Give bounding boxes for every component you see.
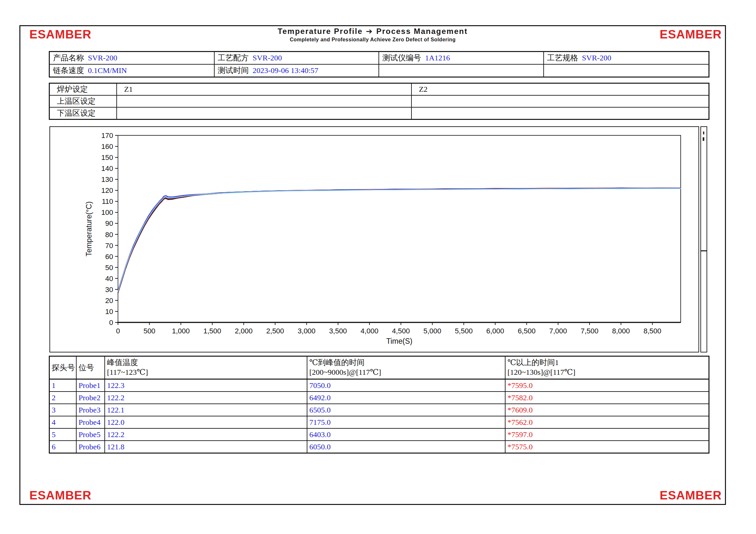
- cell-chain-speed: 链条速度0.1CM/MIN: [50, 64, 215, 77]
- probe-time-to-peak: 7175.0: [308, 417, 505, 428]
- label-process-spec: 工艺规格: [547, 54, 578, 62]
- probe-time-to-peak: 7050.0: [308, 380, 505, 391]
- svg-text:5,000: 5,000: [423, 327, 441, 335]
- probe-peak: 122.3: [105, 380, 308, 391]
- title-part1: Temperature Profile: [278, 27, 363, 36]
- table-row: 3 Probe3 122.1 6505.0 *7609.0: [50, 404, 709, 417]
- probe-time-to-peak: 6050.0: [308, 441, 505, 453]
- table-row: 4 Probe4 122.0 7175.0 *7562.0: [50, 417, 709, 429]
- svg-text:120: 120: [101, 187, 113, 194]
- brand-logo-bottom-right: ESAMBER: [660, 489, 722, 502]
- probe-result-table: 探头号 位号 峰值温度[117~123℃] ℃到峰值的时间[200~9000s]…: [49, 356, 710, 454]
- svg-text:50: 50: [105, 264, 113, 272]
- probe-tag: Probe4: [77, 417, 105, 428]
- svg-text:2,000: 2,000: [235, 327, 253, 335]
- header-time-above-line1: ℃以上的时间1: [507, 358, 709, 367]
- value-test-time: 2023-09-06 13:40:57: [253, 66, 318, 75]
- svg-text:8,500: 8,500: [643, 327, 661, 335]
- header-time-to-peak-line2: [200~9000s]@[117℃]: [309, 367, 505, 377]
- probe-tag: Probe1: [77, 380, 105, 391]
- label-product-name: 产品名称: [53, 54, 84, 62]
- oven-upper-z2: [412, 96, 709, 107]
- svg-text:3,000: 3,000: [298, 327, 315, 335]
- probe-tag: Probe5: [77, 429, 105, 440]
- svg-text:0: 0: [116, 327, 120, 335]
- svg-text:100: 100: [101, 208, 113, 216]
- probe-time-to-peak: 6492.0: [308, 392, 505, 403]
- probe-peak: 121.8: [105, 441, 308, 453]
- header-peak-temp-line1: 峰值温度: [107, 358, 307, 367]
- svg-text:7,000: 7,000: [549, 327, 567, 335]
- header-peak-temp: 峰值温度[117~123℃]: [105, 357, 308, 379]
- svg-text:80: 80: [105, 231, 113, 239]
- cell-test-time: 测试时间2023-09-06 13:40:57: [215, 64, 379, 77]
- oven-row-lower: 下温区设定: [50, 108, 709, 119]
- probe-no: 6: [50, 441, 77, 453]
- probe-time-to-peak: 6403.0: [308, 429, 505, 440]
- svg-text:4,500: 4,500: [392, 327, 410, 335]
- svg-text:30: 30: [105, 286, 113, 294]
- probe-table-header: 探头号 位号 峰值温度[117~123℃] ℃到峰值的时间[200~9000s]…: [50, 357, 709, 380]
- oven-upper-z1: [117, 96, 412, 107]
- cell-tester-id: 测试仪编号1A1216: [379, 52, 544, 64]
- value-product-name: SVR-200: [88, 54, 117, 62]
- product-info-table: 产品名称SVR-200 工艺配方SVR-200 测试仪编号1A1216 工艺规格…: [49, 51, 710, 78]
- label-recipe: 工艺配方: [218, 54, 249, 62]
- probe-time-above: *7582.0: [505, 392, 709, 403]
- oven-zone-z2: Z2: [412, 84, 709, 95]
- table-row: 5 Probe5 122.2 6403.0 *7597.0: [50, 429, 709, 441]
- probe-no: 4: [50, 417, 77, 428]
- cell-product-name: 产品名称SVR-200: [50, 52, 215, 64]
- header-time-to-peak-line1: ℃到峰值的时间: [309, 358, 505, 367]
- value-chain-speed: 0.1CM/MIN: [88, 66, 127, 75]
- label-chain-speed: 链条速度: [53, 66, 84, 75]
- svg-text:130: 130: [101, 175, 113, 184]
- header-tag: 位号: [77, 357, 105, 379]
- probe-tag: Probe6: [77, 441, 105, 453]
- brand-logo-bottom-left: ESAMBER: [29, 489, 92, 502]
- svg-text:110: 110: [102, 197, 113, 205]
- probe-time-above: *7562.0: [505, 417, 709, 428]
- header-time-above-line2: [120~130s]@[117℃]: [507, 367, 709, 377]
- oven-zone-z1: Z1: [117, 84, 412, 95]
- svg-text:20: 20: [105, 296, 113, 305]
- svg-text:170: 170: [101, 132, 113, 140]
- svg-text:6,000: 6,000: [486, 327, 504, 335]
- svg-text:10: 10: [105, 308, 113, 316]
- report-page: ESAMBER ESAMBER Temperature Profile➔Proc…: [19, 25, 726, 505]
- label-tester-id: 测试仪编号: [382, 54, 421, 62]
- oven-label-lower: 下温区设定: [50, 108, 117, 119]
- value-recipe: SVR-200: [253, 54, 282, 62]
- probe-tag: Probe3: [77, 404, 105, 416]
- report-canvas: { "brand": "ESAMBER", "header": { "title…: [0, 0, 756, 534]
- svg-text:Temperature(°C): Temperature(°C): [85, 201, 93, 256]
- value-process-spec: SVR-200: [582, 54, 611, 62]
- svg-text:500: 500: [144, 327, 155, 335]
- svg-text:160: 160: [101, 142, 113, 151]
- svg-text:40: 40: [105, 275, 113, 283]
- probe-no: 2: [50, 392, 77, 403]
- title-part2: Process Management: [376, 27, 468, 36]
- probe-no: 3: [50, 404, 77, 416]
- oven-lower-z1: [117, 108, 412, 119]
- oven-label-setting: 焊炉设定: [50, 84, 117, 95]
- oven-settings-table: 焊炉设定 Z1 Z2 上温区设定 下温区设定: [49, 83, 710, 120]
- page-title: Temperature Profile➔Process Management: [195, 27, 551, 36]
- svg-text:1,000: 1,000: [172, 327, 190, 335]
- temperature-profile-chart: 0102030405060708090100110120130140150160…: [50, 127, 697, 350]
- svg-text:5,500: 5,500: [455, 327, 472, 335]
- header-time-above: ℃以上的时间1[120~130s]@[117℃]: [505, 357, 709, 379]
- brand-logo-top-left: ESAMBER: [29, 28, 92, 41]
- chart-panel: 0102030405060708090100110120130140150160…: [49, 126, 699, 352]
- clipped-legend-strip: [700, 126, 707, 352]
- header-peak-temp-line2: [117~123℃]: [107, 367, 307, 377]
- probe-no: 5: [50, 429, 77, 440]
- probe-no: 1: [50, 380, 77, 391]
- svg-text:8,000: 8,000: [612, 327, 630, 335]
- cell-empty-1: [379, 64, 544, 77]
- strip-divider: [701, 250, 707, 251]
- probe-peak: 122.2: [105, 429, 308, 440]
- svg-text:60: 60: [105, 253, 113, 261]
- probe-time-above: *7575.0: [505, 441, 709, 453]
- svg-text:Time(S): Time(S): [386, 337, 413, 345]
